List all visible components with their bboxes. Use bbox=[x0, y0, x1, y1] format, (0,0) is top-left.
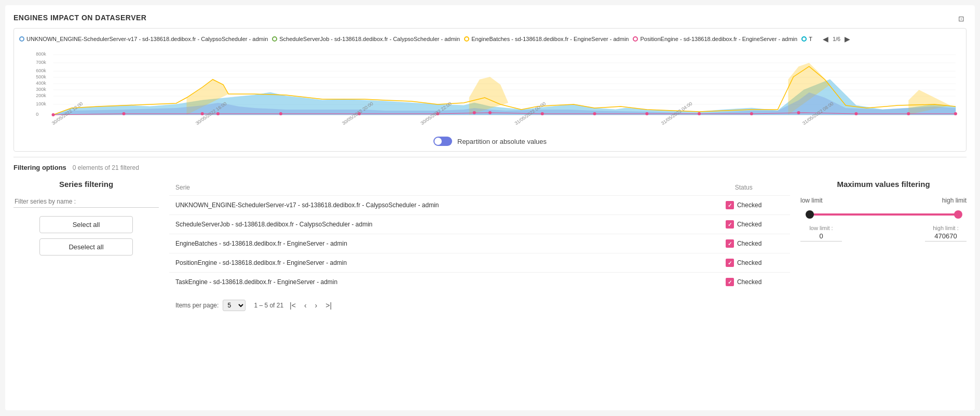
legend-item-4[interactable]: T bbox=[801, 36, 812, 42]
legend-label-1: ScheduleServerJob - sd-138618.dedibox.fr… bbox=[279, 36, 460, 42]
serie-cell-4: TaskEngine - sd-138618.dedibox.fr - Engi… bbox=[169, 273, 697, 292]
next-page-btn[interactable]: › bbox=[313, 300, 320, 311]
checkbox-0[interactable] bbox=[726, 201, 734, 209]
pagination-row: Items per page: 5 10 20 50 1 – 5 of 21 |… bbox=[169, 300, 790, 311]
svg-point-37 bbox=[750, 112, 753, 115]
svg-text:400k: 400k bbox=[36, 80, 46, 86]
legend-label-2: EngineBatches - sd-138618.dedibox.fr - E… bbox=[471, 36, 629, 42]
status-text-0: Checked bbox=[737, 202, 761, 209]
svg-point-25 bbox=[122, 112, 126, 115]
svg-point-35 bbox=[645, 112, 648, 115]
limit-values-row: low limit : 0 high limit : 470670 bbox=[800, 225, 967, 241]
legend-next-btn[interactable]: ▶ bbox=[842, 34, 852, 44]
legend-label-0: UNKNOWN_ENGINE-SchedulerServer-v17 - sd-… bbox=[26, 36, 268, 42]
slider-high-thumb[interactable] bbox=[954, 210, 962, 219]
status-cell-0: Checked bbox=[697, 196, 790, 215]
svg-point-33 bbox=[541, 112, 544, 115]
max-values-filter-panel: Maximum values filtering low limit high … bbox=[800, 180, 967, 311]
filtering-body: Series filtering Select all Deselect all… bbox=[13, 180, 967, 311]
serie-cell-0: UNKNOWN_ENGINE-SchedulerServer-v17 - sd-… bbox=[169, 196, 697, 215]
checkbox-4[interactable] bbox=[726, 278, 734, 286]
select-all-button[interactable]: Select all bbox=[39, 216, 133, 233]
legend-dot-0 bbox=[19, 36, 24, 42]
window-icon[interactable]: ⊡ bbox=[958, 15, 964, 23]
low-limit-label: low limit bbox=[800, 197, 823, 204]
status-cell-3: Checked bbox=[697, 253, 790, 273]
deselect-all-button[interactable]: Deselect all bbox=[39, 238, 133, 256]
table-row: UNKNOWN_ENGINE-SchedulerServer-v17 - sd-… bbox=[169, 196, 790, 215]
status-badge-1: Checked bbox=[703, 220, 784, 229]
first-page-btn[interactable]: |< bbox=[288, 300, 298, 311]
legend-item-1[interactable]: ScheduleServerJob - sd-138618.dedibox.fr… bbox=[272, 36, 460, 42]
series-table: Serie Status UNKNOWN_ENGINE-SchedulerSer… bbox=[169, 180, 790, 291]
svg-point-34 bbox=[593, 112, 596, 115]
high-limit-sublabel: high limit : bbox=[925, 225, 967, 231]
status-badge-3: Checked bbox=[703, 259, 784, 267]
chart-svg: 800k 700k 600k 500k 400k 300k 200k 100k … bbox=[19, 48, 961, 131]
svg-point-32 bbox=[488, 111, 492, 114]
status-text-4: Checked bbox=[737, 278, 761, 286]
legend-item-2[interactable]: EngineBatches - sd-138618.dedibox.fr - E… bbox=[464, 36, 629, 42]
serie-cell-1: ScheduleServerJob - sd-138618.dedibox.fr… bbox=[169, 215, 697, 234]
svg-point-41 bbox=[954, 112, 957, 115]
toggle-label: Repartition or absolute values bbox=[457, 138, 547, 145]
limits-header-row: low limit high limit bbox=[800, 197, 967, 204]
series-table-section: Serie Status UNKNOWN_ENGINE-SchedulerSer… bbox=[169, 180, 790, 311]
status-text-1: Checked bbox=[737, 221, 761, 228]
svg-text:800k: 800k bbox=[36, 51, 46, 57]
table-row: TaskEngine - sd-138618.dedibox.fr - Engi… bbox=[169, 273, 790, 292]
status-badge-0: Checked bbox=[703, 201, 784, 209]
svg-text:300k: 300k bbox=[36, 87, 46, 92]
high-limit-group: high limit : 470670 bbox=[925, 225, 967, 241]
high-limit-value[interactable]: 470670 bbox=[925, 231, 967, 241]
legend-item-3[interactable]: PositionEngine - sd-138618.dedibox.fr - … bbox=[633, 36, 797, 42]
serie-cell-3: PositionEngine - sd-138618.dedibox.fr - … bbox=[169, 253, 697, 273]
series-filter-input[interactable] bbox=[13, 196, 159, 208]
table-row: EngineBatches - sd-138618.dedibox.fr - E… bbox=[169, 234, 790, 253]
legend-item-0[interactable]: UNKNOWN_ENGINE-SchedulerServer-v17 - sd-… bbox=[19, 36, 268, 42]
status-text-3: Checked bbox=[737, 259, 761, 266]
items-per-page-select[interactable]: 5 10 20 50 bbox=[223, 300, 246, 311]
svg-point-24 bbox=[51, 113, 55, 116]
svg-point-40 bbox=[907, 112, 910, 115]
legend-dot-2 bbox=[464, 36, 469, 42]
svg-point-36 bbox=[698, 112, 701, 115]
svg-point-26 bbox=[201, 112, 204, 115]
page-title: ENGINES IMPACT ON DATASERVER bbox=[13, 14, 967, 22]
checkbox-1[interactable] bbox=[726, 220, 734, 229]
svg-point-38 bbox=[797, 111, 800, 114]
svg-point-31 bbox=[473, 111, 476, 114]
svg-point-28 bbox=[279, 112, 282, 115]
legend-label-3: PositionEngine - sd-138618.dedibox.fr - … bbox=[640, 36, 797, 42]
svg-text:700k: 700k bbox=[36, 60, 46, 65]
table-row: ScheduleServerJob - sd-138618.dedibox.fr… bbox=[169, 215, 790, 234]
high-limit-label: high limit bbox=[942, 197, 967, 204]
filtering-subtitle: 0 elements of 21 filtered bbox=[73, 164, 139, 171]
svg-point-39 bbox=[854, 112, 857, 115]
col-header-status: Status bbox=[697, 180, 790, 196]
filtering-options-title: Filtering options bbox=[13, 164, 66, 171]
checkbox-2[interactable] bbox=[726, 239, 734, 248]
low-limit-value[interactable]: 0 bbox=[800, 231, 842, 241]
items-per-page-label: Items per page: bbox=[175, 302, 219, 309]
serie-cell-2: EngineBatches - sd-138618.dedibox.fr - E… bbox=[169, 234, 697, 253]
prev-page-btn[interactable]: ‹ bbox=[302, 300, 309, 311]
status-badge-2: Checked bbox=[703, 239, 784, 248]
checkbox-3[interactable] bbox=[726, 259, 734, 267]
chart-container: UNKNOWN_ENGINE-SchedulerServer-v17 - sd-… bbox=[13, 28, 967, 152]
legend-label-4: T bbox=[809, 36, 812, 42]
slider-fill bbox=[812, 213, 961, 216]
legend-nav: ◀ 1/6 ▶ bbox=[821, 34, 852, 44]
status-text-2: Checked bbox=[737, 240, 761, 247]
slider-low-thumb[interactable] bbox=[806, 210, 814, 219]
chart-area: 800k 700k 600k 500k 400k 300k 200k 100k … bbox=[19, 48, 961, 131]
legend-page: 1/6 bbox=[833, 36, 840, 42]
svg-text:0: 0 bbox=[36, 112, 38, 117]
series-filtering-panel: Series filtering Select all Deselect all bbox=[13, 180, 159, 311]
last-page-btn[interactable]: >| bbox=[323, 300, 334, 311]
low-limit-sublabel: low limit : bbox=[800, 225, 842, 231]
col-header-serie: Serie bbox=[169, 180, 697, 196]
legend-prev-btn[interactable]: ◀ bbox=[821, 34, 831, 44]
toggle-knob bbox=[434, 138, 442, 145]
repartition-toggle[interactable] bbox=[433, 137, 452, 146]
